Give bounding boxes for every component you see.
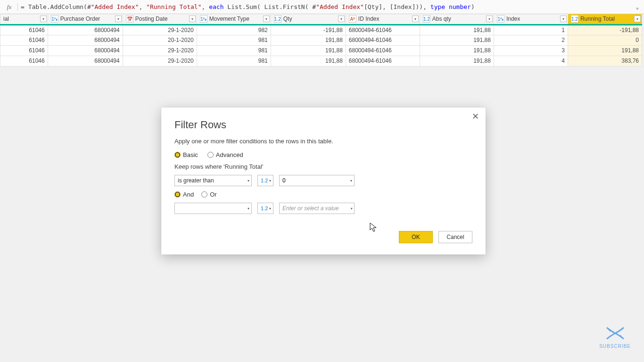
mode-radio-group: Basic Advanced xyxy=(174,151,472,158)
dialog-subtitle: Apply one or more filter conditions to t… xyxy=(174,138,472,145)
column-label: Index xyxy=(506,16,520,22)
table-cell[interactable]: 29-1-2020 xyxy=(123,45,197,56)
close-icon[interactable]: ✕ xyxy=(470,111,481,123)
value-input-2[interactable]: Enter or select a value▾ xyxy=(279,203,355,214)
type-dropdown-1[interactable]: 1.2▾ xyxy=(257,175,273,186)
column-filter-icon[interactable]: ▾ xyxy=(189,16,196,22)
column-label: Movement Type xyxy=(209,16,249,22)
column-filter-icon[interactable]: ▾ xyxy=(263,16,270,22)
table-cell[interactable]: 68000494 xyxy=(48,45,123,56)
keep-rows-label: Keep rows where 'Running Total' xyxy=(174,163,472,170)
column-filter-icon[interactable]: ▾ xyxy=(412,16,419,22)
fx-icon[interactable]: fx xyxy=(3,3,18,11)
table-cell[interactable]: 61046 xyxy=(0,56,48,66)
table-cell[interactable]: 68000494-61046 xyxy=(346,56,420,66)
column-label: Qty xyxy=(283,16,292,22)
table-row[interactable]: 610466800049420-1-2020981191,8868000494-… xyxy=(0,35,642,45)
column-label: Posting Date xyxy=(135,16,168,22)
data-table: ial▾1²₃Purchase Order▾📅Posting Date▾1²₃M… xyxy=(0,14,642,66)
operator-dropdown-1[interactable]: is greater than▾ xyxy=(174,175,252,186)
column-header[interactable]: ial▾ xyxy=(0,14,48,25)
column-filter-icon[interactable]: ▾ xyxy=(338,16,345,22)
type-icon[interactable]: 1.2 xyxy=(571,15,578,23)
table-cell[interactable]: 981 xyxy=(197,45,271,56)
column-header[interactable]: 1²₃Purchase Order▾ xyxy=(48,14,123,25)
column-label: ial xyxy=(3,16,9,22)
column-header[interactable]: 1.2Abs qty▾ xyxy=(420,14,494,25)
basic-radio[interactable]: Basic xyxy=(174,151,198,158)
table-cell[interactable]: 68000494-61046 xyxy=(346,25,420,35)
cancel-button[interactable]: Cancel xyxy=(438,231,472,243)
formula-expand-icon[interactable]: ⌄ xyxy=(634,3,641,10)
table-cell[interactable]: 191,88 xyxy=(271,35,346,45)
filter-rows-dialog: ✕ Filter Rows Apply one or more filter c… xyxy=(161,107,486,255)
table-cell[interactable]: -191,88 xyxy=(271,25,346,35)
table-row[interactable]: 610466800049429-1-2020982-191,8868000494… xyxy=(0,25,642,35)
table-cell[interactable]: 191,88 xyxy=(420,56,494,66)
column-label: ID Index xyxy=(358,16,380,22)
column-header[interactable]: 1²₃Index▾ xyxy=(494,14,568,25)
table-cell[interactable]: 981 xyxy=(197,35,271,45)
table-cell[interactable]: 191,88 xyxy=(420,45,494,56)
column-label: Purchase Order xyxy=(60,16,100,22)
filter-row-2: ▾ 1.2▾ Enter or select a value▾ xyxy=(174,203,472,214)
type-icon[interactable]: 1²₃ xyxy=(51,15,58,23)
column-header[interactable]: 1.2Running Total▾ xyxy=(568,14,642,25)
table-cell[interactable]: 0 xyxy=(568,35,642,45)
table-cell[interactable]: 981 xyxy=(197,56,271,66)
column-filter-icon[interactable]: ▾ xyxy=(40,16,47,22)
filter-row-1: is greater than▾ 1.2▾ ▾ xyxy=(174,175,472,186)
table-cell[interactable]: 61046 xyxy=(0,45,48,56)
and-radio[interactable]: And xyxy=(174,191,194,198)
column-header[interactable]: 📅Posting Date▾ xyxy=(123,14,197,25)
table-cell[interactable]: 191,88 xyxy=(420,35,494,45)
table-cell[interactable]: 29-1-2020 xyxy=(123,25,197,35)
table-cell[interactable]: 4 xyxy=(494,56,568,66)
table-cell[interactable]: -191,88 xyxy=(568,25,642,35)
operator-dropdown-2[interactable]: ▾ xyxy=(174,203,252,214)
type-icon[interactable]: 1.2 xyxy=(274,15,281,23)
or-radio[interactable]: Or xyxy=(201,191,216,198)
table-cell[interactable]: 191,88 xyxy=(271,45,346,56)
column-label: Running Total xyxy=(580,16,615,22)
table-cell[interactable]: 191,88 xyxy=(568,45,642,56)
table-cell[interactable]: 68000494-61046 xyxy=(346,45,420,56)
table-cell[interactable]: 68000494 xyxy=(48,56,123,66)
table-row[interactable]: 610466800049429-1-2020981191,8868000494-… xyxy=(0,45,642,56)
table-cell[interactable]: 383,76 xyxy=(568,56,642,66)
type-icon[interactable]: 📅 xyxy=(126,15,133,23)
table-cell[interactable]: 29-1-2020 xyxy=(123,56,197,66)
value-input-1[interactable]: ▾ xyxy=(279,175,355,186)
dialog-title: Filter Rows xyxy=(174,119,472,131)
table-cell[interactable]: 61046 xyxy=(0,35,48,45)
table-cell[interactable]: 3 xyxy=(494,45,568,56)
column-filter-icon[interactable]: ▾ xyxy=(486,16,493,22)
table-row[interactable]: 610466800049429-1-2020981191,8868000494-… xyxy=(0,56,642,66)
table-header-row: ial▾1²₃Purchase Order▾📅Posting Date▾1²₃M… xyxy=(0,14,642,25)
column-filter-icon[interactable]: ▾ xyxy=(560,16,567,22)
table-cell[interactable]: 68000494 xyxy=(48,35,123,45)
table-cell[interactable]: 2 xyxy=(494,35,568,45)
column-header[interactable]: 1²₃Movement Type▾ xyxy=(197,14,271,25)
type-icon[interactable]: Aᴮ xyxy=(349,15,356,23)
column-label: Abs qty xyxy=(432,16,451,22)
table-cell[interactable]: 191,88 xyxy=(420,25,494,35)
table-cell[interactable]: 191,88 xyxy=(271,56,346,66)
table-cell[interactable]: 68000494 xyxy=(48,25,123,35)
column-header[interactable]: AᴮID Index▾ xyxy=(346,14,420,25)
table-cell[interactable]: 20-1-2020 xyxy=(123,35,197,45)
table-cell[interactable]: 1 xyxy=(494,25,568,35)
table-cell[interactable]: 982 xyxy=(197,25,271,35)
column-header[interactable]: 1.2Qty▾ xyxy=(271,14,346,25)
table-cell[interactable]: 61046 xyxy=(0,25,48,35)
formula-text[interactable]: = Table.AddColumn(#"Added Index", "Runni… xyxy=(21,3,634,10)
type-icon[interactable]: 1.2 xyxy=(423,15,430,23)
column-filter-icon[interactable]: ▾ xyxy=(634,16,641,22)
type-dropdown-2[interactable]: 1.2▾ xyxy=(257,203,273,214)
ok-button[interactable]: OK xyxy=(399,231,433,243)
column-filter-icon[interactable]: ▾ xyxy=(115,16,122,22)
advanced-radio[interactable]: Advanced xyxy=(207,151,243,158)
type-icon[interactable]: 1²₃ xyxy=(200,15,207,23)
table-cell[interactable]: 68000494-61046 xyxy=(346,35,420,45)
type-icon[interactable]: 1²₃ xyxy=(497,15,504,23)
